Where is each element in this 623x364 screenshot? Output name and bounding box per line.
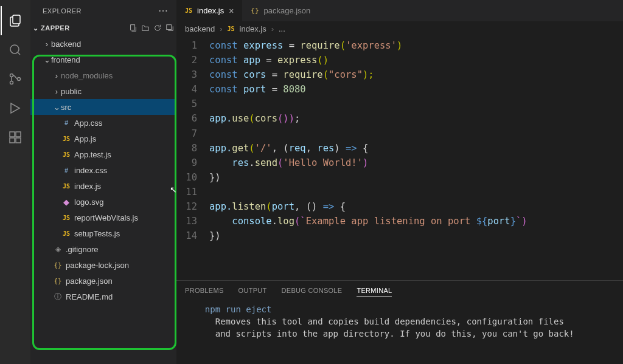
search-icon[interactable] bbox=[1, 35, 30, 64]
file-app-test[interactable]: JSApp.test.js bbox=[30, 146, 176, 162]
sidebar-more-icon[interactable]: ⋯ bbox=[158, 5, 169, 16]
breadcrumb-segment[interactable]: backend bbox=[185, 24, 215, 33]
svg-point-4 bbox=[18, 78, 21, 81]
chevron-right-icon: › bbox=[52, 87, 61, 96]
js-icon: JS bbox=[228, 26, 235, 32]
chevron-down-icon: ⌄ bbox=[43, 55, 51, 64]
file-tree: › backend ⌄ frontend › node_modules › pu… bbox=[30, 35, 176, 304]
new-folder-icon[interactable] bbox=[141, 24, 150, 32]
chevron-down-icon: ⌄ bbox=[52, 103, 61, 112]
breadcrumb-segment[interactable]: index.js bbox=[240, 24, 266, 33]
folder-frontend[interactable]: ⌄ frontend bbox=[30, 52, 176, 67]
json-icon: {} bbox=[251, 7, 259, 15]
extensions-icon[interactable] bbox=[1, 123, 30, 152]
json-icon: {} bbox=[52, 261, 63, 269]
file-pkglock[interactable]: {}package-lock.json bbox=[30, 257, 176, 273]
folder-backend[interactable]: › backend bbox=[30, 36, 176, 52]
file-gitignore[interactable]: ◈.gitignore bbox=[30, 241, 176, 257]
line-gutter: 1234567891011121314 bbox=[176, 36, 209, 280]
svg-rect-6 bbox=[10, 138, 15, 143]
svg-rect-0 bbox=[13, 15, 20, 24]
svg-rect-5 bbox=[10, 132, 15, 137]
svg-point-3 bbox=[10, 81, 13, 84]
file-pkg[interactable]: {}package.json bbox=[30, 273, 176, 289]
folder-src[interactable]: ⌄ src bbox=[30, 99, 176, 115]
workspace-name: ZAPPER bbox=[41, 24, 70, 32]
svg-point-1 bbox=[10, 45, 19, 53]
tab-terminal[interactable]: TERMINAL bbox=[357, 287, 392, 297]
tab-problems[interactable]: PROBLEMS bbox=[185, 287, 224, 297]
breadcrumb-segment[interactable]: ... bbox=[279, 24, 285, 33]
bottom-panel: PROBLEMS OUTPUT DEBUG CONSOLE TERMINAL n… bbox=[176, 280, 623, 364]
js-icon: JS bbox=[185, 7, 192, 14]
file-logo-svg[interactable]: ◆logo.svg bbox=[30, 194, 176, 210]
folder-node-modules[interactable]: › node_modules bbox=[30, 67, 176, 83]
sidebar-title: EXPLORER bbox=[43, 7, 82, 15]
tab-debug[interactable]: DEBUG CONSOLE bbox=[282, 287, 343, 297]
chevron-right-icon: › bbox=[271, 24, 274, 33]
panel-tabs: PROBLEMS OUTPUT DEBUG CONSOLE TERMINAL bbox=[176, 281, 623, 301]
js-icon: JS bbox=[61, 151, 72, 158]
chevron-right-icon: › bbox=[52, 71, 61, 80]
explorer-icon[interactable] bbox=[1, 6, 30, 35]
breadcrumb[interactable]: backend › JS index.js › ... bbox=[176, 21, 623, 36]
svg-rect-7 bbox=[16, 138, 21, 143]
tab-bar: JS index.js × {} package.json bbox=[176, 0, 623, 21]
tab-index-js[interactable]: JS index.js × bbox=[176, 0, 242, 21]
js-icon: JS bbox=[61, 183, 72, 190]
file-index-css[interactable]: #index.css bbox=[30, 162, 176, 178]
explorer-sidebar: EXPLORER ⋯ ⌄ ZAPPER › backend ⌄ frontend… bbox=[30, 0, 176, 364]
chevron-down-icon: ⌄ bbox=[33, 24, 38, 32]
git-icon: ◈ bbox=[52, 245, 63, 253]
tab-label: package.json bbox=[264, 6, 311, 15]
info-icon: ⓘ bbox=[52, 292, 63, 302]
css-icon: # bbox=[61, 167, 72, 174]
js-icon: JS bbox=[61, 136, 72, 142]
workspace-header[interactable]: ⌄ ZAPPER bbox=[30, 21, 176, 35]
file-index-js[interactable]: JSindex.js bbox=[30, 178, 176, 194]
svg-rect-8 bbox=[16, 132, 21, 137]
json-icon: {} bbox=[52, 277, 63, 285]
new-file-icon[interactable] bbox=[129, 24, 137, 32]
tab-package-json[interactable]: {} package.json bbox=[242, 0, 319, 21]
close-icon[interactable]: × bbox=[229, 6, 234, 16]
folder-public[interactable]: › public bbox=[30, 83, 176, 99]
editor-area: JS index.js × {} package.json backend › … bbox=[176, 0, 623, 364]
svg-point-2 bbox=[10, 74, 13, 77]
collapse-icon[interactable] bbox=[165, 24, 174, 32]
chevron-right-icon: › bbox=[43, 39, 51, 49]
svg-rect-10 bbox=[167, 25, 172, 30]
code-editor[interactable]: 1234567891011121314 const express = requ… bbox=[176, 36, 623, 280]
file-rwv[interactable]: JSreportWebVitals.js bbox=[30, 210, 176, 225]
js-icon: JS bbox=[61, 215, 72, 221]
activity-bar bbox=[0, 0, 30, 364]
svg-rect-9 bbox=[131, 25, 135, 30]
source-control-icon[interactable] bbox=[1, 64, 30, 94]
file-app-css[interactable]: #App.css bbox=[30, 115, 176, 131]
css-icon: # bbox=[61, 119, 72, 126]
terminal-output[interactable]: npm run eject Removes this tool and copi… bbox=[176, 301, 623, 364]
run-debug-icon[interactable] bbox=[1, 94, 30, 123]
tab-label: index.js bbox=[197, 6, 224, 15]
file-readme[interactable]: ⓘREADME.md bbox=[30, 289, 176, 304]
file-setup[interactable]: JSsetupTests.js bbox=[30, 225, 176, 241]
svg-icon: ◆ bbox=[61, 197, 72, 207]
tab-output[interactable]: OUTPUT bbox=[238, 287, 267, 297]
js-icon: JS bbox=[61, 230, 72, 237]
refresh-icon[interactable] bbox=[153, 24, 162, 32]
code-content[interactable]: const express = require('express')const … bbox=[209, 36, 623, 280]
file-app-js[interactable]: JSApp.js bbox=[30, 131, 176, 146]
chevron-right-icon: › bbox=[220, 24, 222, 33]
